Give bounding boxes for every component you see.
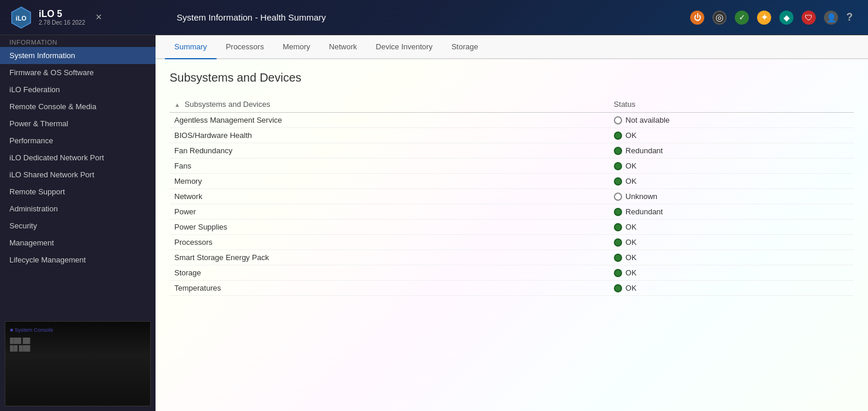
status-dot — [614, 132, 622, 140]
status-dot — [614, 284, 622, 292]
header: iLO iLO 5 2.78 Dec 16 2022 × System Info… — [0, 0, 868, 35]
sidebar-item-label: Remote Support — [9, 187, 65, 196]
main-layout: Information System Information Firmware … — [0, 35, 868, 411]
status-dot — [614, 223, 622, 231]
logo-icon: iLO — [9, 6, 33, 29]
status-text: OK — [626, 253, 637, 262]
status-text: OK — [626, 268, 637, 277]
sidebar-section-information: Information — [0, 35, 156, 47]
table-row: TemperaturesOK — [170, 281, 854, 296]
sidebar-item-system-information[interactable]: System Information — [0, 47, 156, 64]
status-dot — [614, 116, 622, 124]
content-area: Summary Processors Memory Network Device… — [156, 35, 868, 411]
sort-icon: ▲ — [174, 102, 180, 108]
device-status: OK — [609, 159, 854, 174]
tab-network[interactable]: Network — [320, 35, 367, 59]
sidebar-item-label: Management — [9, 238, 54, 247]
sidebar-item-performance[interactable]: Performance — [0, 132, 156, 149]
table-row: Smart Storage Energy PackOK — [170, 250, 854, 265]
app-name: iLO 5 — [39, 9, 85, 19]
device-name: BIOS/Hardware Health — [170, 128, 609, 143]
target-icon[interactable]: ◎ — [712, 11, 727, 25]
sidebar-item-label: Remote Console & Media — [9, 102, 96, 111]
table-row: StorageOK — [170, 265, 854, 281]
sidebar-item-management[interactable]: Management — [0, 234, 156, 251]
status-text: OK — [626, 284, 637, 292]
device-name: Temperatures — [170, 281, 609, 296]
close-button[interactable]: × — [96, 11, 102, 23]
sidebar-item-power-thermal[interactable]: Power & Thermal — [0, 115, 156, 132]
sidebar-item-label: Administration — [9, 204, 58, 213]
tab-device-inventory[interactable]: Device Inventory — [366, 35, 442, 59]
device-status: OK — [609, 265, 854, 281]
tab-summary[interactable]: Summary — [165, 35, 217, 59]
sidebar-item-administration[interactable]: Administration — [0, 200, 156, 217]
device-name: Storage — [170, 265, 609, 281]
status-text: OK — [626, 223, 637, 231]
power-icon[interactable]: ⏻ — [690, 11, 704, 25]
sidebar-item-label: Firmware & OS Software — [9, 68, 94, 77]
shield-teal-icon[interactable]: ◆ — [779, 11, 793, 25]
table-row: ProcessorsOK — [170, 235, 854, 250]
help-icon[interactable]: ? — [846, 11, 853, 23]
sidebar-nav: Information System Information Firmware … — [0, 35, 156, 316]
sidebar-item-label: Security — [9, 221, 37, 230]
shield-red-icon[interactable]: 🛡 — [802, 11, 816, 25]
section-title: Subsystems and Devices — [170, 71, 854, 85]
page-title: System Information - Health Summary — [165, 12, 690, 22]
sidebar-item-ilo-shared-net[interactable]: iLO Shared Network Port — [0, 166, 156, 183]
table-row: PowerRedundant — [170, 204, 854, 220]
table-row: NetworkUnknown — [170, 189, 854, 204]
header-icons: ⏻ ◎ ✓ ✦ ◆ 🛡 👤 ? — [690, 11, 853, 25]
device-name: Power — [170, 204, 609, 220]
status-dot — [614, 193, 622, 201]
device-name: Network — [170, 189, 609, 204]
status-text: OK — [626, 131, 637, 140]
status-dot — [614, 177, 622, 186]
device-status: OK — [609, 250, 854, 265]
sidebar-item-label: Power & Thermal — [9, 119, 68, 128]
sidebar-item-label: iLO Shared Network Port — [9, 170, 94, 179]
tabs-bar: Summary Processors Memory Network Device… — [156, 35, 868, 59]
logo-text: iLO 5 2.78 Dec 16 2022 — [39, 9, 85, 26]
table-row: MemoryOK — [170, 174, 854, 189]
user-icon[interactable]: 👤 — [824, 11, 838, 25]
device-name: Memory — [170, 174, 609, 189]
device-name: Power Supplies — [170, 220, 609, 235]
sidebar-item-remote-support[interactable]: Remote Support — [0, 183, 156, 200]
tab-memory[interactable]: Memory — [273, 35, 320, 59]
device-name: Agentless Management Service — [170, 113, 609, 128]
status-text: OK — [626, 161, 637, 170]
device-name: Smart Storage Energy Pack — [170, 250, 609, 265]
device-status: OK — [609, 174, 854, 189]
device-status: Not available — [609, 113, 854, 128]
sidebar-item-ilo-dedicated-net[interactable]: iLO Dedicated Network Port — [0, 149, 156, 166]
sidebar-item-remote-console[interactable]: Remote Console & Media — [0, 98, 156, 115]
sidebar-item-security[interactable]: Security — [0, 217, 156, 234]
sun-icon[interactable]: ✦ — [757, 11, 771, 25]
status-dot — [614, 162, 622, 170]
table-row: BIOS/Hardware HealthOK — [170, 128, 854, 143]
logo-area: iLO iLO 5 2.78 Dec 16 2022 × — [9, 6, 165, 29]
sidebar-item-label: Performance — [9, 136, 53, 145]
sidebar-item-ilo-federation[interactable]: iLO Federation — [0, 81, 156, 98]
status-text: OK — [626, 238, 637, 247]
sidebar-item-label: Lifecycle Management — [9, 255, 86, 264]
col-subsystems[interactable]: ▲ Subsystems and Devices — [170, 96, 609, 113]
check-icon[interactable]: ✓ — [735, 11, 749, 25]
table-row: FansOK — [170, 159, 854, 174]
sidebar-item-lifecycle-management[interactable]: Lifecycle Management — [0, 251, 156, 268]
tab-storage[interactable]: Storage — [442, 35, 488, 59]
table-row: Fan RedundancyRedundant — [170, 143, 854, 159]
status-text: OK — [626, 177, 637, 186]
device-status: OK — [609, 281, 854, 296]
app-version: 2.78 Dec 16 2022 — [39, 19, 85, 26]
col-status[interactable]: Status — [609, 96, 854, 113]
tab-processors[interactable]: Processors — [217, 35, 273, 59]
status-dot — [614, 269, 622, 277]
sidebar-item-label: System Information — [9, 51, 75, 60]
sidebar-item-firmware-os[interactable]: Firmware & OS Software — [0, 64, 156, 81]
sidebar-item-label: iLO Federation — [9, 85, 60, 94]
device-status: Unknown — [609, 189, 854, 204]
svg-text:iLO: iLO — [16, 15, 27, 22]
